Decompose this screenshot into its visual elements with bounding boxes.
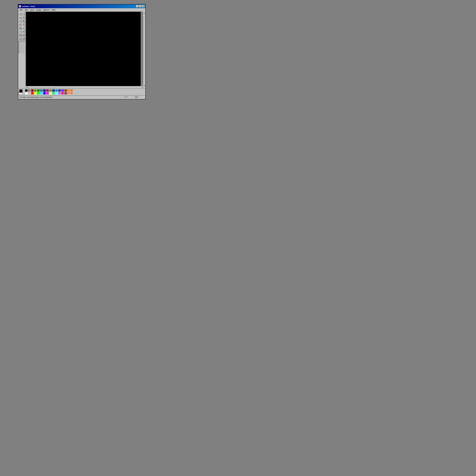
svg-marker-23 [22,34,24,36]
scroll-right-button[interactable]: ► [141,86,143,88]
color-swatch[interactable] [64,89,67,92]
svg-marker-31 [138,97,138,98]
svg-point-16 [20,29,20,29]
left-arrow-icon: ◄ [26,87,28,88]
color-swatch[interactable] [52,89,55,92]
tool-row-8 [19,37,25,40]
menu-view[interactable]: View [29,9,35,11]
vscroll-thumb[interactable] [143,14,145,17]
rounded-rect-tool[interactable] [22,37,25,40]
color-swatch[interactable] [49,92,52,95]
svg-rect-7 [19,17,20,18]
text-tool[interactable]: A [22,26,25,30]
scroll-left-button[interactable]: ◄ [26,86,28,88]
scroll-down-button[interactable]: ▼ [143,84,145,86]
svg-point-10 [23,20,24,21]
ellipse-tool[interactable] [19,37,22,40]
hscroll-thumb[interactable] [28,86,55,88]
color-swatch[interactable] [58,92,61,95]
window-title: untitled - Paint [22,5,136,7]
color-row-2 [25,92,145,95]
color-selector [19,89,24,95]
right-arrow-icon: ► [141,87,142,88]
svg-point-19 [21,28,21,29]
color-swatch[interactable] [67,89,70,92]
tool-row-4 [19,23,25,26]
fill-tool[interactable] [22,16,25,19]
resize-gripper[interactable] [143,96,145,99]
menu-edit[interactable]: Edit [24,9,29,11]
menu-file[interactable]: File [19,9,24,11]
color-swatch[interactable] [46,89,49,92]
vscroll-track[interactable] [143,14,145,84]
color-swatch[interactable] [61,92,64,95]
pencil-tool[interactable] [19,23,22,26]
svg-point-18 [19,28,20,29]
menu-image[interactable]: Image [35,9,42,11]
color-swatch[interactable] [52,92,55,95]
color-swatch[interactable] [67,92,70,95]
color-swatch[interactable] [31,92,34,95]
brush-tool[interactable] [22,23,25,26]
color-swatch[interactable] [46,92,49,95]
color-swatch[interactable] [28,89,31,92]
svg-point-17 [20,29,21,29]
magnifier-tool[interactable] [22,19,25,22]
color-swatch[interactable] [49,89,52,92]
svg-point-15 [20,29,20,29]
color-swatch[interactable] [70,92,73,95]
minimize-button[interactable]: _ [136,5,139,8]
rect-select-tool[interactable] [22,12,25,15]
color-swatch[interactable] [43,92,46,95]
line-tool[interactable] [19,30,22,33]
svg-line-36 [144,98,145,98]
foreground-color-box[interactable] [19,89,23,93]
color-swatch[interactable] [25,89,28,92]
hscroll-track[interactable] [28,86,141,88]
color-swatch[interactable] [43,89,46,92]
polygon-tool[interactable] [22,34,25,37]
svg-rect-25 [22,38,24,39]
svg-marker-33 [136,97,136,97]
curve-tool[interactable] [22,30,25,33]
color-swatch[interactable] [64,92,67,95]
svg-line-11 [24,21,24,22]
color-swatch[interactable] [61,89,64,92]
color-swatch[interactable] [34,89,37,92]
color-swatch[interactable] [70,89,73,92]
color-swatch[interactable] [31,89,34,92]
eyedropper-tool[interactable] [19,19,22,22]
toolbox: A [18,12,26,88]
color-swatch[interactable] [34,92,37,95]
paint-canvas[interactable] [26,12,141,86]
color-swatch[interactable] [37,92,40,95]
color-swatch[interactable] [28,92,31,95]
resize-icon [143,97,145,98]
airbrush-tool[interactable] [19,26,22,30]
down-arrow-icon: ▼ [144,84,145,85]
free-select-tool[interactable] [19,12,22,15]
close-button[interactable]: ✕ [142,5,145,8]
menu-help[interactable]: Help [51,9,56,11]
menu-bar: File Edit View Image Options Help [18,8,145,12]
tool-row-7 [19,34,25,37]
color-swatch[interactable] [37,89,40,92]
color-swatch[interactable] [55,89,58,92]
svg-point-24 [19,38,21,39]
eraser-tool[interactable] [19,16,22,19]
menu-options[interactable]: Options [42,9,51,11]
rectangle-tool[interactable] [19,34,22,37]
color-swatch[interactable] [55,92,58,95]
position-icon [124,96,128,99]
color-row-1 [25,89,145,92]
tool-row-5: A [19,26,25,30]
color-swatch[interactable] [25,92,28,95]
maximize-button[interactable]: □ [139,5,142,8]
scroll-up-button[interactable]: ▲ [143,12,145,14]
status-bar: For Help, click Help Topics on the Help … [18,95,145,99]
status-size-box [131,96,142,99]
color-swatch[interactable] [40,89,43,92]
svg-rect-29 [135,97,137,98]
color-swatch[interactable] [58,89,61,92]
color-swatch[interactable] [40,92,43,95]
